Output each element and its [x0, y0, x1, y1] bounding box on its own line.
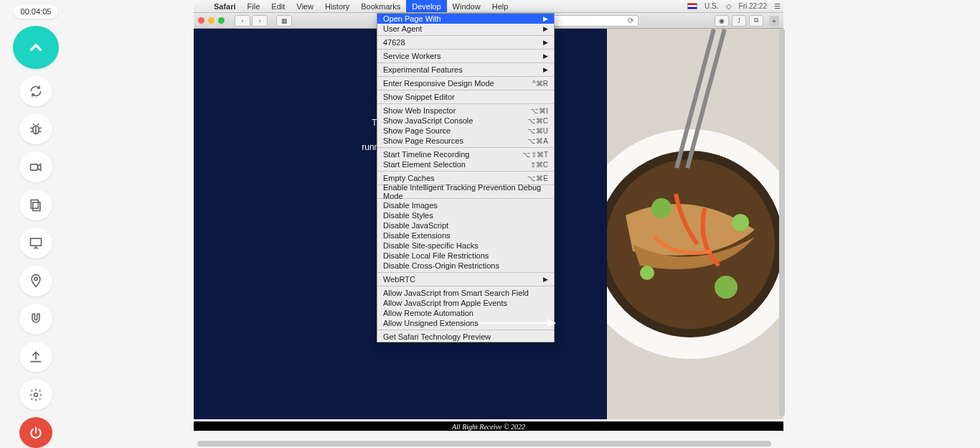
menu-edit[interactable]: Edit — [265, 0, 291, 12]
menu-view[interactable]: View — [291, 0, 319, 12]
menu-item-show-web-inspector[interactable]: Show Web Inspector⌥⌘I — [377, 106, 554, 116]
develop-dropdown: Open Page With▶User Agent▶47628▶Service … — [377, 13, 555, 342]
bug-button[interactable] — [19, 113, 52, 144]
menu-item-disable-site-specific-hacks[interactable]: Disable Site-specific Hacks — [377, 241, 554, 251]
screen-button[interactable] — [19, 228, 52, 258]
viewer-scrollbar-vertical[interactable] — [779, 29, 785, 441]
menu-item-show-javascript-console[interactable]: Show JavaScript Console⌥⌘C — [377, 116, 554, 126]
scrollbar-thumb[interactable] — [197, 441, 771, 447]
noodle-bowl-image — [607, 29, 783, 431]
menu-item-disable-cross-origin-restrictions[interactable]: Disable Cross-Origin Restrictions — [377, 261, 554, 271]
tabs-button[interactable]: ⧉ — [749, 15, 763, 27]
menu-item-disable-local-file-restrictions[interactable]: Disable Local File Restrictions — [377, 251, 554, 261]
menu-item-label: Disable Images — [383, 201, 438, 210]
menu-item-label: Disable Site-specific Hacks — [383, 241, 479, 250]
copy-button[interactable] — [19, 190, 52, 220]
sidebar-toggle-button[interactable]: ▦ — [276, 15, 292, 27]
menu-shortcut: ^⌘R — [532, 80, 548, 88]
control-center-icon[interactable]: ☰ — [774, 2, 781, 10]
location-button[interactable] — [19, 266, 52, 297]
menu-item-disable-images[interactable]: Disable Images — [377, 200, 554, 210]
svg-rect-2 — [33, 202, 40, 210]
menu-help[interactable]: Help — [486, 0, 514, 12]
minimize-window-button[interactable] — [208, 17, 215, 24]
menu-item-allow-remote-automation[interactable]: Allow Remote Automation — [377, 308, 554, 318]
reload-icon[interactable]: ⟳ — [628, 17, 633, 24]
menu-item-start-element-selection[interactable]: Start Element Selection⇧⌘C — [377, 159, 554, 169]
magnet-button[interactable] — [19, 304, 52, 335]
upload-button[interactable] — [19, 342, 52, 373]
menu-item-show-page-resources[interactable]: Show Page Resources⌥⌘A — [377, 136, 554, 146]
share-button[interactable]: ⤴ — [732, 15, 746, 27]
menu-item-enable-intelligent-tracking-prevention-debug-mode[interactable]: Enable Intelligent Tracking Prevention D… — [377, 187, 554, 197]
back-button[interactable]: ‹ — [235, 15, 250, 27]
menu-item-open-page-with[interactable]: Open Page With▶ — [377, 14, 554, 24]
menu-item-show-page-source[interactable]: Show Page Source⌥⌘U — [377, 126, 554, 136]
menu-item-label: Enter Responsive Design Mode — [383, 79, 494, 88]
input-locale[interactable]: U.S. — [705, 2, 718, 10]
sync-button[interactable] — [19, 76, 52, 107]
record-button[interactable] — [19, 151, 52, 182]
svg-rect-4 — [31, 239, 42, 246]
menu-item-allow-javascript-from-smart-search-field[interactable]: Allow JavaScript from Smart Search Field — [377, 288, 554, 298]
menu-shortcut: ⌥⌘C — [527, 117, 548, 125]
menu-item-empty-caches[interactable]: Empty Caches⌥⌘E — [377, 173, 554, 183]
submenu-arrow-icon: ▶ — [543, 52, 548, 60]
menu-shortcut: ⌥⌘E — [527, 174, 548, 182]
svg-point-13 — [640, 266, 654, 280]
menu-item-label: Show Snippet Editor — [383, 93, 455, 101]
menubar-app-name[interactable]: Safari — [208, 2, 242, 11]
menu-item-show-snippet-editor[interactable]: Show Snippet Editor — [377, 92, 554, 102]
clock[interactable]: Fri 22:22 — [739, 2, 767, 10]
settings-button[interactable] — [19, 379, 52, 410]
menu-item-service-workers[interactable]: Service Workers▶ — [377, 51, 554, 61]
menu-item-label: Show JavaScript Console — [383, 116, 473, 125]
scrollbar-thumb[interactable] — [779, 29, 785, 416]
menu-item-label: Start Timeline Recording — [383, 150, 469, 159]
menu-item-disable-extensions[interactable]: Disable Extensions — [377, 230, 554, 241]
page-footer: All Right Receive © 2022 — [194, 419, 783, 431]
menu-separator — [377, 35, 554, 36]
menu-item-47628[interactable]: 47628▶ — [377, 37, 554, 47]
menu-shortcut: ⌥⌘A — [527, 137, 548, 145]
flag-icon[interactable] — [687, 3, 697, 9]
menu-item-label: Disable Cross-Origin Restrictions — [383, 261, 499, 270]
menu-separator — [377, 272, 554, 273]
magnet-icon — [29, 312, 43, 326]
svg-point-12 — [715, 276, 738, 299]
submenu-arrow-icon: ▶ — [543, 39, 548, 46]
menu-file[interactable]: File — [242, 0, 266, 12]
menu-separator — [377, 103, 554, 104]
collapse-button[interactable] — [13, 26, 59, 69]
wifi-icon[interactable]: ◇ — [726, 2, 732, 10]
menu-item-disable-javascript[interactable]: Disable JavaScript — [377, 220, 554, 230]
menu-separator — [377, 90, 554, 90]
menu-item-start-timeline-recording[interactable]: Start Timeline Recording⌥⇧⌘T — [377, 149, 554, 159]
menu-item-label: Disable JavaScript — [383, 221, 448, 230]
power-button[interactable] — [19, 417, 52, 448]
menu-item-allow-javascript-from-apple-events[interactable]: Allow JavaScript from Apple Events — [377, 298, 554, 308]
menu-bookmarks[interactable]: Bookmarks — [355, 0, 406, 12]
menu-item-enter-responsive-design-mode[interactable]: Enter Responsive Design Mode^⌘R — [377, 78, 554, 88]
menu-item-webrtc[interactable]: WebRTC▶ — [377, 274, 554, 284]
menu-item-user-agent[interactable]: User Agent▶ — [377, 24, 554, 34]
menu-item-label: Allow JavaScript from Smart Search Field — [383, 289, 529, 297]
maximize-window-button[interactable] — [218, 17, 225, 24]
privacy-button[interactable]: ◉ — [715, 15, 729, 27]
forward-button[interactable]: › — [252, 15, 268, 27]
menu-window[interactable]: Window — [447, 0, 486, 12]
macos-frame: Safari File Edit View History Bookmarks … — [194, 0, 783, 441]
menu-item-get-safari-technology-preview[interactable]: Get Safari Technology Preview — [377, 332, 554, 342]
menu-shortcut: ⌥⌘I — [530, 107, 548, 115]
submenu-arrow-icon: ▶ — [543, 15, 548, 22]
menu-develop[interactable]: Develop — [406, 0, 446, 12]
menu-item-experimental-features[interactable]: Experimental Features▶ — [377, 65, 554, 75]
menu-item-label: Show Page Source — [383, 126, 451, 135]
menu-item-label: Show Page Resources — [383, 136, 463, 145]
menu-item-disable-styles[interactable]: Disable Styles — [377, 210, 554, 220]
new-tab-button[interactable]: + — [769, 16, 779, 26]
close-window-button[interactable] — [198, 17, 204, 24]
menu-separator — [377, 49, 554, 50]
menu-history[interactable]: History — [319, 0, 355, 12]
viewer-scrollbar-horizontal[interactable] — [197, 441, 778, 447]
